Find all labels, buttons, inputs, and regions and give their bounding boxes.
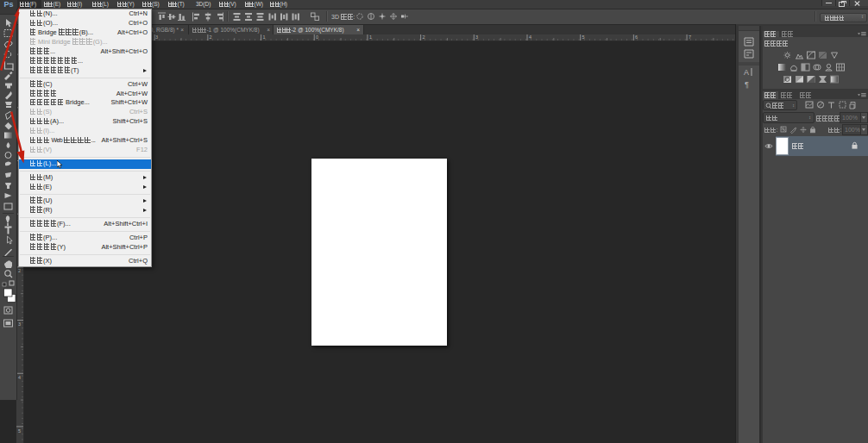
svg-text:¶: ¶ bbox=[745, 80, 749, 89]
svg-text:A: A bbox=[744, 68, 749, 77]
